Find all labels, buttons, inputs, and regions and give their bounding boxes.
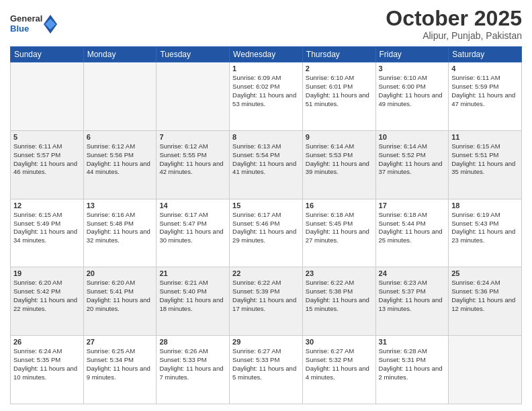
day-number: 31: [379, 338, 446, 346]
calendar-day: 26Sunrise: 6:24 AM Sunset: 5:35 PM Dayli…: [11, 336, 84, 404]
day-number: 10: [379, 133, 446, 141]
day-info: Sunrise: 6:11 AM Sunset: 5:57 PM Dayligh…: [13, 142, 81, 177]
calendar-day: 23Sunrise: 6:22 AM Sunset: 5:38 PM Dayli…: [302, 267, 375, 336]
day-info: Sunrise: 6:19 AM Sunset: 5:43 PM Dayligh…: [451, 211, 519, 245]
day-info: Sunrise: 6:27 AM Sunset: 5:32 PM Dayligh…: [306, 347, 373, 381]
calendar-day: 19Sunrise: 6:20 AM Sunset: 5:42 PM Dayli…: [11, 267, 84, 336]
day-number: 23: [306, 269, 373, 277]
day-info: Sunrise: 6:14 AM Sunset: 5:53 PM Dayligh…: [306, 142, 373, 177]
col-wednesday: Wednesday: [230, 47, 303, 62]
calendar-day: 7Sunrise: 6:12 AM Sunset: 5:55 PM Daylig…: [157, 130, 230, 199]
calendar-week-row: 1Sunrise: 6:09 AM Sunset: 6:02 PM Daylig…: [11, 62, 522, 131]
day-info: Sunrise: 6:26 AM Sunset: 5:33 PM Dayligh…: [159, 347, 226, 381]
day-number: 5: [13, 133, 81, 141]
calendar-day: 25Sunrise: 6:24 AM Sunset: 5:36 PM Dayli…: [449, 267, 522, 336]
day-info: Sunrise: 6:23 AM Sunset: 5:37 PM Dayligh…: [379, 279, 446, 313]
calendar-day: 31Sunrise: 6:28 AM Sunset: 5:31 PM Dayli…: [375, 336, 449, 404]
day-number: 12: [13, 201, 81, 210]
calendar-day: 22Sunrise: 6:22 AM Sunset: 5:39 PM Dayli…: [230, 267, 303, 336]
col-saturday: Saturday: [449, 47, 522, 62]
day-info: Sunrise: 6:10 AM Sunset: 6:01 PM Dayligh…: [306, 74, 373, 108]
day-number: 22: [232, 269, 300, 277]
col-sunday: Sunday: [11, 47, 84, 62]
day-number: 21: [159, 269, 226, 277]
day-number: 8: [232, 133, 300, 141]
day-number: 4: [451, 64, 519, 73]
day-info: Sunrise: 6:27 AM Sunset: 5:33 PM Dayligh…: [232, 347, 300, 381]
day-info: Sunrise: 6:28 AM Sunset: 5:31 PM Dayligh…: [379, 347, 446, 381]
day-info: Sunrise: 6:11 AM Sunset: 5:59 PM Dayligh…: [451, 74, 519, 108]
day-info: Sunrise: 6:12 AM Sunset: 5:55 PM Dayligh…: [159, 142, 226, 177]
day-number: 1: [232, 64, 300, 73]
day-number: 11: [451, 133, 519, 141]
calendar-day: 10Sunrise: 6:14 AM Sunset: 5:52 PM Dayli…: [375, 130, 449, 199]
day-number: 7: [159, 133, 226, 141]
day-info: Sunrise: 6:18 AM Sunset: 5:45 PM Dayligh…: [306, 211, 373, 245]
title-location: Alipur, Punjab, Pakistan: [386, 30, 522, 41]
logo: General Blue: [10, 14, 57, 34]
col-monday: Monday: [83, 47, 157, 62]
day-number: 29: [232, 338, 300, 346]
calendar-day: 8Sunrise: 6:13 AM Sunset: 5:54 PM Daylig…: [230, 130, 303, 199]
day-info: Sunrise: 6:09 AM Sunset: 6:02 PM Dayligh…: [232, 74, 300, 108]
day-info: Sunrise: 6:10 AM Sunset: 6:00 PM Dayligh…: [379, 74, 446, 108]
day-number: 9: [306, 133, 373, 141]
day-number: 26: [13, 338, 81, 346]
calendar-day: [449, 336, 522, 404]
day-info: Sunrise: 6:16 AM Sunset: 5:48 PM Dayligh…: [87, 211, 154, 245]
calendar-day: [157, 62, 230, 131]
calendar-day: 28Sunrise: 6:26 AM Sunset: 5:33 PM Dayli…: [157, 336, 230, 404]
day-info: Sunrise: 6:24 AM Sunset: 5:35 PM Dayligh…: [13, 347, 81, 381]
day-info: Sunrise: 6:20 AM Sunset: 5:41 PM Dayligh…: [87, 279, 154, 313]
day-info: Sunrise: 6:13 AM Sunset: 5:54 PM Dayligh…: [232, 142, 300, 177]
logo-blue: Blue: [10, 24, 42, 34]
day-number: 17: [379, 201, 446, 210]
logo-general: General: [10, 14, 42, 24]
day-number: 24: [379, 269, 446, 277]
day-info: Sunrise: 6:22 AM Sunset: 5:38 PM Dayligh…: [306, 279, 373, 313]
day-number: 25: [451, 269, 519, 277]
calendar-day: 21Sunrise: 6:21 AM Sunset: 5:40 PM Dayli…: [157, 267, 230, 336]
day-number: 3: [379, 64, 446, 73]
day-info: Sunrise: 6:17 AM Sunset: 5:47 PM Dayligh…: [159, 211, 226, 245]
calendar-day: 2Sunrise: 6:10 AM Sunset: 6:01 PM Daylig…: [302, 62, 375, 131]
day-number: 13: [87, 201, 154, 210]
day-info: Sunrise: 6:15 AM Sunset: 5:51 PM Dayligh…: [451, 142, 519, 177]
calendar-day: [11, 62, 84, 131]
day-info: Sunrise: 6:22 AM Sunset: 5:39 PM Dayligh…: [232, 279, 300, 313]
day-number: 28: [159, 338, 226, 346]
day-number: 30: [306, 338, 373, 346]
calendar-day: 20Sunrise: 6:20 AM Sunset: 5:41 PM Dayli…: [83, 267, 157, 336]
title-month: October 2025: [386, 7, 522, 30]
header: General Blue October 2025 Alipur, Punjab…: [10, 7, 522, 41]
logo-text: General Blue: [10, 14, 42, 34]
calendar-day: 27Sunrise: 6:25 AM Sunset: 5:34 PM Dayli…: [83, 336, 157, 404]
calendar-day: 9Sunrise: 6:14 AM Sunset: 5:53 PM Daylig…: [302, 130, 375, 199]
calendar-week-row: 5Sunrise: 6:11 AM Sunset: 5:57 PM Daylig…: [11, 130, 522, 199]
calendar-week-row: 12Sunrise: 6:15 AM Sunset: 5:49 PM Dayli…: [11, 199, 522, 267]
day-info: Sunrise: 6:25 AM Sunset: 5:34 PM Dayligh…: [87, 347, 154, 381]
day-info: Sunrise: 6:18 AM Sunset: 5:44 PM Dayligh…: [379, 211, 446, 245]
calendar-day: 14Sunrise: 6:17 AM Sunset: 5:47 PM Dayli…: [157, 199, 230, 267]
day-info: Sunrise: 6:12 AM Sunset: 5:56 PM Dayligh…: [87, 142, 154, 177]
day-info: Sunrise: 6:21 AM Sunset: 5:40 PM Dayligh…: [159, 279, 226, 313]
calendar-day: 30Sunrise: 6:27 AM Sunset: 5:32 PM Dayli…: [302, 336, 375, 404]
calendar-day: 6Sunrise: 6:12 AM Sunset: 5:56 PM Daylig…: [83, 130, 157, 199]
calendar-day: 15Sunrise: 6:17 AM Sunset: 5:46 PM Dayli…: [230, 199, 303, 267]
calendar-header-row: Sunday Monday Tuesday Wednesday Thursday…: [11, 47, 522, 62]
day-info: Sunrise: 6:15 AM Sunset: 5:49 PM Dayligh…: [13, 211, 81, 245]
day-number: 6: [87, 133, 154, 141]
day-number: 18: [451, 201, 519, 210]
calendar-day: 4Sunrise: 6:11 AM Sunset: 5:59 PM Daylig…: [449, 62, 522, 131]
calendar-day: 24Sunrise: 6:23 AM Sunset: 5:37 PM Dayli…: [375, 267, 449, 336]
day-number: 2: [306, 64, 373, 73]
col-tuesday: Tuesday: [157, 47, 230, 62]
page: General Blue October 2025 Alipur, Punjab…: [0, 0, 532, 411]
title-block: October 2025 Alipur, Punjab, Pakistan: [386, 7, 522, 41]
day-info: Sunrise: 6:17 AM Sunset: 5:46 PM Dayligh…: [232, 211, 300, 245]
logo-icon: [44, 15, 57, 34]
calendar-day: 13Sunrise: 6:16 AM Sunset: 5:48 PM Dayli…: [83, 199, 157, 267]
day-info: Sunrise: 6:24 AM Sunset: 5:36 PM Dayligh…: [451, 279, 519, 313]
day-number: 27: [87, 338, 154, 346]
calendar-day: 11Sunrise: 6:15 AM Sunset: 5:51 PM Dayli…: [449, 130, 522, 199]
